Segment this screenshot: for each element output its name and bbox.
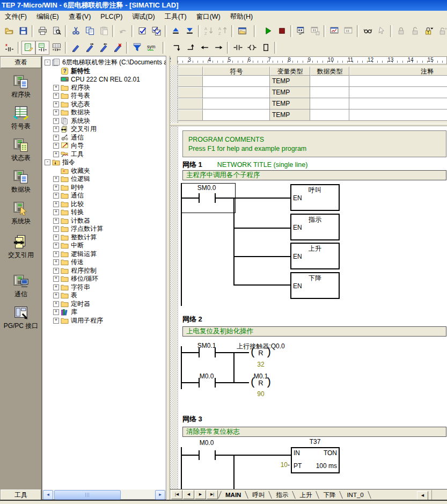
tab-nav-icon[interactable]: ▶| — [207, 490, 218, 499]
force-icon[interactable] — [394, 24, 408, 38]
run-icon[interactable] — [261, 24, 275, 38]
table-cell[interactable] — [310, 109, 349, 121]
program-editor-icon[interactable] — [21, 41, 35, 55]
line-left-icon[interactable] — [197, 41, 211, 55]
expand-icon[interactable]: + — [53, 301, 59, 307]
table-cell[interactable] — [349, 109, 447, 121]
tab-呼叫[interactable]: 呼叫 — [248, 491, 269, 499]
table-cell[interactable]: TEMP — [270, 98, 310, 109]
sidebar-item-pgpc-interface[interactable]: PG/PC 接口 — [0, 304, 42, 331]
expand-icon[interactable]: + — [53, 235, 59, 240]
table-cell[interactable]: TEMP — [270, 109, 310, 121]
contact-operand[interactable]: SM0.1 — [197, 342, 216, 349]
tree-item[interactable]: +位逻辑 — [42, 175, 166, 184]
menu-item[interactable]: 帮助(H) — [225, 11, 258, 23]
paste-icon[interactable] — [97, 24, 111, 38]
sidebar-item-status-chart[interactable]: 状态表 — [0, 136, 42, 163]
expand-icon[interactable]: + — [53, 201, 59, 207]
tab-下降[interactable]: 下降 — [319, 491, 340, 499]
symbolic-addressing-icon[interactable]: sym — [144, 41, 158, 55]
tree-item[interactable]: +定时器 — [42, 300, 166, 309]
tree-editor-splitter[interactable] — [166, 56, 170, 500]
contact-symbol[interactable] — [199, 378, 200, 388]
table-cell[interactable] — [310, 76, 349, 87]
tree-item[interactable]: -指令 — [42, 158, 166, 167]
table-cell[interactable] — [203, 76, 270, 87]
contact-symbol[interactable] — [199, 348, 200, 357]
insert-vertical-icon[interactable]: x — [2, 41, 16, 55]
timer-name[interactable]: T37 — [310, 438, 321, 445]
tree-item[interactable]: +交叉引用 — [42, 125, 166, 134]
scroll-left-icon[interactable]: ◂ — [43, 490, 53, 500]
tree-item[interactable]: +数据块 — [42, 108, 166, 117]
expand-icon[interactable]: + — [53, 93, 59, 99]
reset-count[interactable]: 90 — [257, 390, 264, 398]
tree-item[interactable]: *收藏夹 — [42, 167, 166, 176]
expand-icon[interactable]: + — [53, 176, 59, 182]
network1-header[interactable]: 网络 1NETWORK TITLE (single line) — [182, 160, 307, 170]
tree-item[interactable]: +传送 — [42, 258, 166, 267]
tab-nav-icon[interactable]: ▶ — [195, 490, 206, 499]
reset-coil[interactable]: (R) — [251, 347, 270, 358]
expand-icon[interactable]: + — [53, 135, 59, 141]
box-icon[interactable] — [259, 41, 273, 55]
contact-operand[interactable]: SM0.0 — [197, 184, 216, 192]
tab-指示[interactable]: 指示 — [272, 491, 292, 499]
menu-item[interactable]: 文件(F) — [0, 11, 32, 23]
network2-comment[interactable]: 上电复位及初始化操作 — [182, 326, 446, 337]
expand-icon[interactable]: + — [53, 85, 59, 91]
contact-operand[interactable]: M0.0 — [200, 439, 214, 447]
subroutine-call-block[interactable]: 上升 EN — [290, 243, 340, 269]
contact-icon[interactable] — [231, 41, 245, 55]
contact-symbol[interactable] — [199, 450, 200, 460]
bookmark-prev-icon[interactable] — [97, 41, 111, 55]
line-right-icon[interactable] — [211, 41, 225, 55]
tree-item[interactable]: +浮点数计算 — [42, 225, 166, 233]
table-cell[interactable] — [349, 76, 447, 87]
tree-item[interactable]: +调用子程序 — [42, 317, 166, 325]
copy-icon[interactable] — [83, 24, 97, 38]
pause-chart-status-icon[interactable] — [341, 24, 355, 38]
expand-icon[interactable]: + — [53, 268, 59, 274]
expand-icon[interactable]: + — [53, 101, 59, 107]
print-icon[interactable] — [35, 24, 49, 38]
expand-icon[interactable]: + — [53, 118, 59, 124]
menu-item[interactable]: 查看(V) — [64, 11, 96, 23]
bookmark-clear-icon[interactable] — [111, 41, 124, 55]
table-cell[interactable] — [310, 87, 349, 98]
expand-icon[interactable]: + — [53, 109, 59, 115]
expand-icon[interactable]: + — [53, 218, 59, 224]
program-comments-box[interactable]: PROGRAM COMMENTS Press F1 for help and e… — [182, 130, 446, 157]
bookmark-next-icon[interactable] — [83, 41, 97, 55]
tree-item[interactable]: +字符串 — [42, 283, 166, 292]
tree-item[interactable]: +程序块 — [42, 84, 166, 92]
tree-item[interactable]: +状态表 — [42, 100, 166, 109]
sidebar-item-system-block[interactable]: 系统块 — [0, 200, 42, 226]
contact-operand[interactable]: M0.0 — [200, 372, 214, 380]
stop-icon[interactable] — [275, 24, 289, 38]
tab-nav-icon[interactable]: |◀ — [171, 490, 182, 499]
expand-icon[interactable]: + — [53, 318, 59, 324]
table-cell[interactable] — [310, 98, 349, 109]
open-file-icon[interactable] — [2, 24, 16, 38]
network1-comment[interactable]: 主程序中调用各个子程序 — [182, 170, 446, 180]
coil-icon[interactable] — [245, 41, 259, 55]
tree-item[interactable]: +中断 — [42, 242, 166, 250]
sidebar-item-program-block[interactable]: 程序块 — [0, 73, 42, 99]
expand-icon[interactable]: + — [53, 293, 59, 298]
expand-icon[interactable]: + — [53, 185, 59, 191]
tree-item[interactable]: +库 — [42, 308, 166, 317]
tree-item[interactable]: +工具 — [42, 150, 166, 159]
timer-box[interactable]: IN TON PT 100 ms — [291, 447, 340, 473]
expand-icon[interactable]: + — [53, 243, 59, 249]
download-icon[interactable] — [182, 24, 196, 38]
sidebar-item-symbol-table[interactable]: 符号表 — [0, 105, 42, 131]
program-status-icon[interactable] — [294, 24, 308, 38]
tree-item[interactable]: +时钟 — [42, 184, 166, 192]
table-cell[interactable] — [203, 87, 270, 98]
chart-status-icon[interactable] — [327, 24, 341, 38]
tree-item[interactable]: +整数计算 — [42, 233, 166, 242]
tree-horizontal-scrollbar[interactable]: ◂ ▸ — [42, 490, 166, 499]
upload-icon[interactable] — [168, 24, 182, 38]
tree-item[interactable]: +转换 — [42, 208, 166, 217]
